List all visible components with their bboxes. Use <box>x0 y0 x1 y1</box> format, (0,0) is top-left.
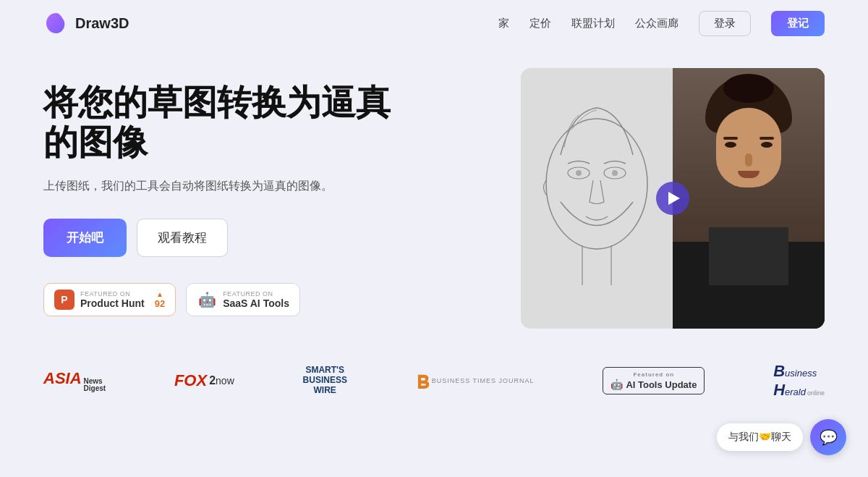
watch-tutorial-button[interactable]: 观看教程 <box>137 219 228 257</box>
ph-label-main: Product Hunt <box>80 297 145 309</box>
logo-text: Draw3D <box>75 15 129 32</box>
svg-point-5 <box>612 170 618 176</box>
person-photo <box>673 68 825 329</box>
asia-text: ASIA <box>43 369 82 388</box>
logo-asia-news[interactable]: ASIA News Digest <box>43 369 106 392</box>
start-button[interactable]: 开始吧 <box>43 219 127 257</box>
digest-text: Digest <box>84 385 106 392</box>
bh-b: B <box>773 362 785 381</box>
saas-label-main: SaaS AI Tools <box>223 297 289 309</box>
logos-bar: ASIA News Digest FOX 2 now SMART'SBUSINE… <box>0 350 868 400</box>
aitools-icon: 🤖 <box>610 379 623 390</box>
badges-row: P FEATURED ON Product Hunt ▲ 92 🤖 Featur… <box>43 283 391 316</box>
bh-h: H <box>773 381 785 400</box>
saas-label-small: Featured on <box>223 290 289 297</box>
nav-links: 家 定价 联盟计划 公众画廊 登录 登记 <box>498 11 825 36</box>
bh-erald: erald <box>785 387 806 397</box>
aitools-text: AI Tools Update <box>626 379 697 390</box>
btj-icon: ʙ <box>416 369 430 392</box>
hero-subtitle: 上传图纸，我们的工具会自动将图纸转换为逼真的图像。 <box>43 177 391 195</box>
hero-section: 将您的草图转换为逼真的图像 上传图纸，我们的工具会自动将图纸转换为逼真的图像。 … <box>0 46 868 329</box>
photo-half <box>673 68 825 329</box>
product-hunt-badge[interactable]: P FEATURED ON Product Hunt ▲ 92 <box>43 283 176 316</box>
play-button[interactable] <box>656 182 689 215</box>
ph-score: ▲ 92 <box>155 290 165 309</box>
btj-label: BUSINESS TIMES JOURNAL <box>432 377 535 384</box>
chat-button[interactable]: 💬 <box>810 419 846 455</box>
fox-number: 2 <box>209 374 216 387</box>
logo-icon <box>43 10 69 36</box>
play-icon <box>668 192 680 205</box>
svg-point-4 <box>576 170 582 176</box>
product-hunt-text: FEATURED ON Product Hunt <box>80 290 145 309</box>
bh-usiness: usiness <box>785 368 817 379</box>
saas-text: Featured on SaaS AI Tools <box>223 290 289 309</box>
fox-text: FOX <box>174 371 207 390</box>
logo-fox2[interactable]: FOX 2 now <box>174 371 234 390</box>
hero-buttons: 开始吧 观看教程 <box>43 219 391 257</box>
saas-icon: 🤖 <box>197 290 217 310</box>
logo[interactable]: Draw3D <box>43 10 129 36</box>
register-button[interactable]: 登记 <box>771 11 825 36</box>
navbar: Draw3D 家 定价 联盟计划 公众画廊 登录 登记 <box>0 0 868 46</box>
hero-title: 将您的草图转换为逼真的图像 <box>43 83 391 162</box>
sketch-svg <box>521 68 673 329</box>
image-composite <box>521 68 825 329</box>
nav-link-pricing[interactable]: 定价 <box>529 17 551 30</box>
logo-bherald[interactable]: B usiness H erald online <box>773 362 825 400</box>
chat-widget: 与我们🤝聊天 💬 <box>717 419 846 455</box>
nav-link-affiliate[interactable]: 联盟计划 <box>571 17 615 30</box>
nav-link-gallery[interactable]: 公众画廊 <box>635 17 678 30</box>
login-button[interactable]: 登录 <box>699 11 751 36</box>
logo-aitools[interactable]: Featured on 🤖 AI Tools Update <box>603 367 705 394</box>
product-hunt-icon: P <box>54 290 75 310</box>
hero-left: 将您的草图转换为逼真的图像 上传图纸，我们的工具会自动将图纸转换为逼真的图像。 … <box>43 75 391 316</box>
logo-sbw[interactable]: SMART'SBUSINESSWIRE <box>303 366 347 395</box>
sbw-text: SMART'SBUSINESSWIRE <box>303 366 347 395</box>
hero-image <box>521 68 825 329</box>
svg-rect-0 <box>521 68 673 329</box>
nav-link-home[interactable]: 家 <box>498 17 509 30</box>
saas-tools-badge[interactable]: 🤖 Featured on SaaS AI Tools <box>186 283 300 316</box>
fox-now: now <box>216 375 234 387</box>
bh-online: online <box>807 389 825 397</box>
chat-bubble[interactable]: 与我们🤝聊天 <box>717 423 803 451</box>
aitools-featured: Featured on <box>633 371 674 378</box>
ph-label-small: FEATURED ON <box>80 290 145 297</box>
sketch-half <box>521 68 673 329</box>
chat-icon: 💬 <box>820 429 838 446</box>
logo-btj[interactable]: ʙ BUSINESS TIMES JOURNAL <box>416 369 535 392</box>
